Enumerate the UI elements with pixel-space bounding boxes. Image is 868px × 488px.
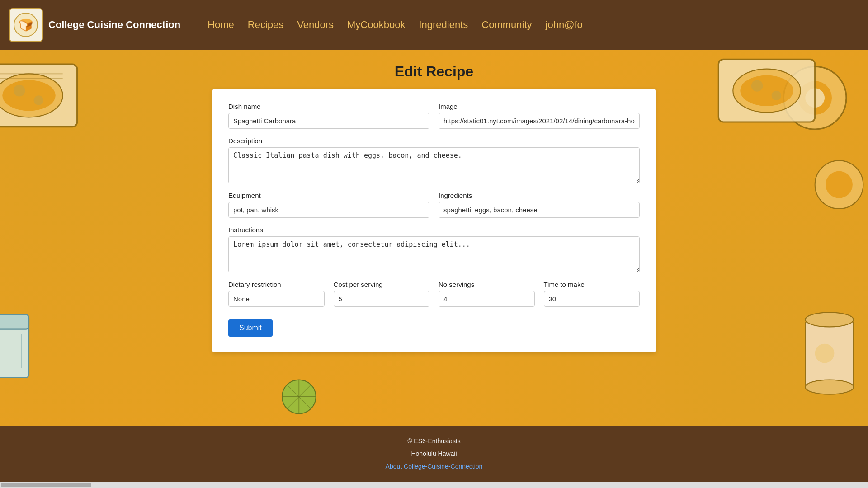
cost-label: Cost per serving bbox=[334, 281, 430, 288]
form-group-image: Image bbox=[439, 103, 640, 129]
svg-point-17 bbox=[826, 171, 853, 198]
svg-point-26 bbox=[772, 91, 781, 100]
app-logo: 🍞 bbox=[9, 8, 43, 42]
nav-mycookbook[interactable]: MyCookbook bbox=[347, 19, 405, 31]
form-group-time: Time to make bbox=[544, 281, 640, 307]
instructions-label: Instructions bbox=[228, 226, 640, 234]
svg-point-14 bbox=[798, 81, 832, 115]
dietary-label: Dietary restriction bbox=[228, 281, 325, 288]
nav-community[interactable]: Community bbox=[481, 19, 532, 31]
image-input[interactable] bbox=[439, 113, 640, 129]
equipment-input[interactable] bbox=[228, 202, 429, 218]
svg-rect-10 bbox=[0, 315, 29, 329]
svg-rect-9 bbox=[0, 315, 29, 378]
svg-point-5 bbox=[14, 85, 25, 97]
form-actions: Submit bbox=[228, 315, 640, 337]
svg-point-24 bbox=[740, 75, 793, 106]
svg-point-20 bbox=[805, 380, 854, 394]
description-label: Description bbox=[228, 137, 640, 145]
form-row-3: Equipment Ingredients bbox=[228, 192, 640, 218]
form-row-2: Description Classic Italian pasta dish w… bbox=[228, 137, 640, 183]
svg-rect-2 bbox=[0, 64, 77, 127]
scrollbar-thumb[interactable] bbox=[1, 483, 91, 487]
edit-recipe-form-card: Dish name Image Description Classic Ital… bbox=[212, 89, 656, 352]
footer-link[interactable]: About College-Cuisine-Connection bbox=[386, 463, 483, 470]
svg-point-21 bbox=[815, 344, 835, 363]
footer-location: Honolulu Hawaii bbox=[9, 447, 859, 460]
description-textarea[interactable]: Classic Italian pasta dish with eggs, ba… bbox=[228, 147, 640, 183]
form-group-dietary: Dietary restriction bbox=[228, 281, 325, 307]
app-header: 🍞 College Cuisine Connection Home Recipe… bbox=[0, 0, 868, 50]
cost-input[interactable] bbox=[334, 291, 430, 307]
nav-ingredients[interactable]: Ingredients bbox=[419, 19, 468, 31]
dish-name-label: Dish name bbox=[228, 103, 429, 110]
dietary-input[interactable] bbox=[228, 291, 325, 307]
footer-copyright: © ES6-Enthusiasts bbox=[9, 435, 859, 447]
time-label: Time to make bbox=[544, 281, 640, 288]
svg-point-27 bbox=[282, 380, 316, 414]
form-row-4: Instructions Lorem ipsum dolor sit amet,… bbox=[228, 226, 640, 272]
main-nav: Home Recipes Vendors MyCookbook Ingredie… bbox=[208, 19, 583, 31]
horizontal-scrollbar[interactable] bbox=[0, 482, 868, 488]
form-group-instructions: Instructions Lorem ipsum dolor sit amet,… bbox=[228, 226, 640, 272]
servings-label: No servings bbox=[439, 281, 535, 288]
svg-text:🍞: 🍞 bbox=[19, 18, 33, 32]
servings-input[interactable] bbox=[439, 291, 535, 307]
svg-point-19 bbox=[805, 312, 854, 327]
svg-rect-18 bbox=[805, 319, 854, 387]
svg-point-4 bbox=[2, 80, 55, 111]
logo-container: 🍞 College Cuisine Connection bbox=[9, 8, 180, 42]
nav-home[interactable]: Home bbox=[208, 19, 234, 31]
form-row-5: Dietary restriction Cost per serving No … bbox=[228, 281, 640, 307]
nav-user[interactable]: john@fo bbox=[546, 19, 583, 31]
svg-point-6 bbox=[34, 95, 43, 105]
dish-name-input[interactable] bbox=[228, 113, 429, 129]
page-title: Edit Recipe bbox=[395, 63, 473, 80]
equipment-label: Equipment bbox=[228, 192, 429, 199]
nav-recipes[interactable]: Recipes bbox=[248, 19, 283, 31]
form-row-1: Dish name Image bbox=[228, 103, 640, 129]
svg-line-31 bbox=[287, 385, 311, 408]
image-label: Image bbox=[439, 103, 640, 110]
ingredients-input[interactable] bbox=[439, 202, 640, 218]
svg-line-30 bbox=[287, 385, 311, 408]
svg-point-16 bbox=[815, 160, 863, 209]
svg-point-3 bbox=[0, 74, 63, 117]
svg-rect-22 bbox=[718, 59, 815, 122]
form-group-cost: Cost per serving bbox=[334, 281, 430, 307]
svg-point-25 bbox=[751, 80, 763, 92]
instructions-textarea[interactable]: Lorem ipsum dolor sit amet, consectetur … bbox=[228, 236, 640, 272]
form-group-servings: No servings bbox=[439, 281, 535, 307]
app-name: College Cuisine Connection bbox=[48, 19, 180, 31]
form-group-description: Description Classic Italian pasta dish w… bbox=[228, 137, 640, 183]
main-content: Edit Recipe Dish name Image Description … bbox=[0, 50, 868, 426]
submit-button[interactable]: Submit bbox=[228, 319, 273, 337]
nav-vendors[interactable]: Vendors bbox=[297, 19, 334, 31]
form-group-equipment: Equipment bbox=[228, 192, 429, 218]
time-input[interactable] bbox=[544, 291, 640, 307]
app-footer: © ES6-Enthusiasts Honolulu Hawaii About … bbox=[0, 426, 868, 482]
form-group-dish-name: Dish name bbox=[228, 103, 429, 129]
svg-point-23 bbox=[733, 69, 800, 113]
ingredients-label: Ingredients bbox=[439, 192, 640, 199]
form-group-ingredients: Ingredients bbox=[439, 192, 640, 218]
svg-point-13 bbox=[783, 66, 846, 129]
svg-point-15 bbox=[805, 88, 825, 108]
